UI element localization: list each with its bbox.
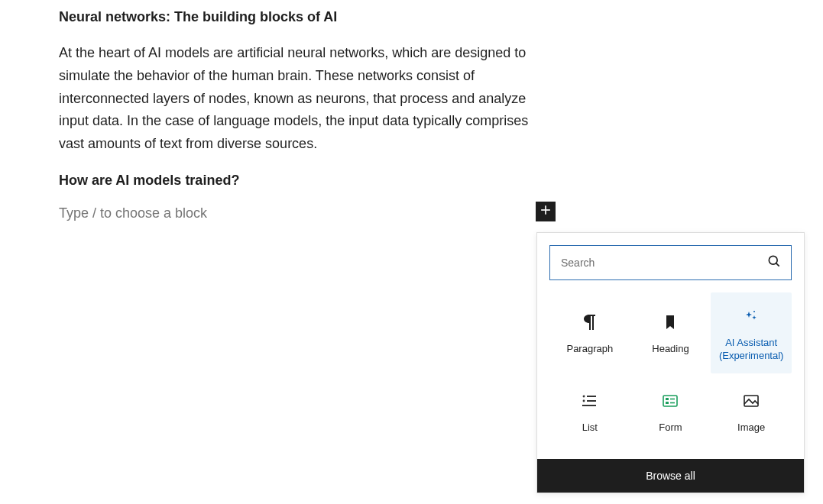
paragraph-icon	[583, 312, 597, 332]
add-block-button[interactable]	[536, 202, 556, 221]
block-option-form[interactable]: Form	[630, 373, 711, 450]
sparkle-icon	[744, 306, 758, 326]
svg-point-7	[583, 401, 584, 402]
block-label: List	[582, 422, 598, 435]
block-label: AI Assistant (Experimental)	[715, 337, 787, 363]
plus-icon	[538, 202, 553, 221]
empty-block-placeholder[interactable]: Type / to choose a block	[59, 205, 535, 221]
search-input[interactable]	[561, 257, 766, 269]
svg-point-4	[753, 311, 755, 312]
block-label: Form	[659, 422, 682, 435]
heading-icon	[665, 312, 676, 332]
svg-rect-13	[666, 402, 669, 404]
block-label: Paragraph	[566, 343, 613, 356]
browse-all-button[interactable]: Browse all	[537, 459, 804, 493]
svg-point-5	[583, 396, 584, 397]
svg-line-3	[776, 263, 779, 267]
block-option-image[interactable]: Image	[711, 373, 792, 450]
content-heading-1: Neural networks: The building blocks of …	[59, 8, 535, 27]
svg-rect-10	[663, 396, 677, 406]
search-field-container	[549, 245, 792, 280]
content-paragraph-1: At the heart of AI models are artificial…	[59, 42, 535, 155]
block-option-paragraph[interactable]: Paragraph	[549, 292, 630, 373]
svg-rect-11	[666, 398, 669, 400]
block-label: Heading	[652, 343, 689, 356]
block-option-ai-assistant[interactable]: AI Assistant (Experimental)	[711, 292, 792, 373]
search-icon	[766, 254, 782, 272]
content-heading-2: How are AI models trained?	[59, 173, 535, 189]
list-icon	[582, 391, 598, 411]
svg-point-2	[769, 256, 777, 264]
image-icon	[744, 391, 759, 411]
block-label: Image	[737, 422, 765, 435]
block-inserter-panel: Paragraph Heading AI Assistant (Experime…	[536, 232, 805, 493]
block-option-list[interactable]: List	[549, 373, 630, 450]
form-icon	[663, 391, 678, 411]
block-option-heading[interactable]: Heading	[630, 292, 711, 373]
